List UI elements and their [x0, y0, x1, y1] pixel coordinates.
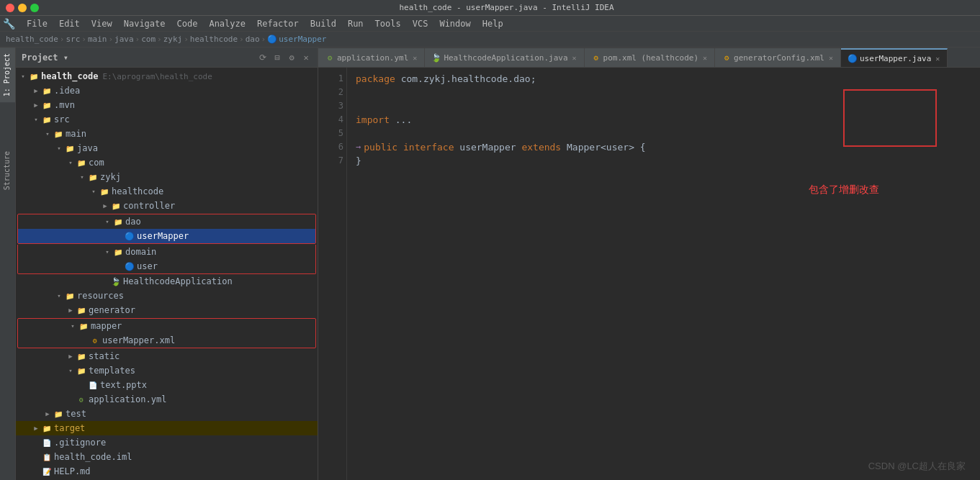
- tree-mvn[interactable]: ▶ 📁 .mvn: [16, 98, 318, 112]
- menu-navigate[interactable]: Navigate: [118, 17, 171, 30]
- breadcrumb-icon: 🔵: [267, 35, 277, 44]
- breadcrumb-healthcode[interactable]: healthcode: [190, 35, 238, 44]
- tree-gitignore[interactable]: ▶ 📄 .gitignore: [16, 435, 318, 450]
- tree-dao[interactable]: ▾ 📁 dao: [18, 214, 315, 229]
- tab-pomxml[interactable]: ⚙ pom.xml (healthcode) ✕: [585, 48, 715, 67]
- menu-file[interactable]: File: [21, 17, 53, 30]
- tree-test[interactable]: ▶ 📁 test: [16, 407, 318, 421]
- panel-header: Project ▾ ⟳ ⊟ ⚙ ✕: [16, 47, 318, 68]
- tab-appyml[interactable]: ⚙ application.yml ✕: [318, 48, 425, 67]
- breadcrumb-src[interactable]: src: [66, 35, 80, 44]
- minimize-button[interactable]: [18, 4, 27, 12]
- tree-healthcode-pkg[interactable]: ▾ 📁 healthcode: [16, 184, 318, 199]
- tab-icon-pomxml: ⚙: [592, 53, 601, 62]
- code-line-7: }: [356, 154, 971, 168]
- tree-root-healthcode[interactable]: ▾ 📁 health_code E:\aprogram\health_code: [16, 69, 318, 83]
- close-button[interactable]: [6, 4, 14, 12]
- breadcrumb-current[interactable]: userMapper: [279, 35, 326, 44]
- breadcrumb-main[interactable]: main: [88, 35, 107, 44]
- tab-close-appyml[interactable]: ✕: [413, 54, 417, 62]
- tree-textpptx[interactable]: ▶ 📄 text.pptx: [16, 378, 318, 392]
- tab-generatorconfig[interactable]: ⚙ generatorConfig.xml ✕: [715, 48, 841, 67]
- breadcrumb-java[interactable]: java: [114, 35, 134, 44]
- tree-src[interactable]: ▾ 📁 src: [16, 112, 318, 127]
- tree-helpmd[interactable]: ▶ 📝 HELP.md: [16, 464, 318, 479]
- breadcrumb-com[interactable]: com: [141, 35, 156, 44]
- tree-generator[interactable]: ▶ 📁 generator: [16, 303, 318, 317]
- tree-label-iml: health_code.iml: [54, 452, 132, 462]
- import-rest: ...: [395, 113, 412, 127]
- tab-usermapper[interactable]: 🔵 userMapper.java ✕: [841, 48, 948, 67]
- arrow-test: ▶: [43, 409, 52, 418]
- folder-icon-mapper: 📁: [78, 321, 89, 331]
- tree-domain[interactable]: ▾ 📁 domain: [18, 245, 315, 259]
- tree-iml[interactable]: ▶ 📋 health_code.iml: [16, 450, 318, 464]
- tab-close-usermapper[interactable]: ✕: [935, 55, 940, 63]
- folder-icon-main: 📁: [53, 129, 63, 139]
- menu-run[interactable]: Run: [342, 17, 369, 30]
- file-tree: ▾ 📁 health_code E:\aprogram\health_code …: [16, 68, 318, 480]
- sync-icon[interactable]: ⟳: [257, 52, 269, 63]
- panel-title: Project ▾: [22, 53, 254, 63]
- folder-icon-templates: 📁: [76, 366, 86, 376]
- breadcrumb-dao[interactable]: dao: [246, 35, 260, 44]
- tree-usermapper-xml[interactable]: ▶ ⚙ userMapper.xml: [18, 333, 315, 348]
- tree-healthcodeapp[interactable]: ▶ 🍃 HealthcodeApplication: [16, 274, 318, 289]
- vtab-project[interactable]: 1: Project: [0, 47, 15, 102]
- folder-icon-domain: 📁: [113, 247, 123, 257]
- collapse-icon[interactable]: ⊟: [271, 52, 283, 63]
- tree-zykj[interactable]: ▾ 📁 zykj: [16, 170, 318, 184]
- settings-icon[interactable]: ⚙: [286, 52, 297, 63]
- breadcrumb-project[interactable]: health_code: [6, 35, 58, 44]
- tree-user[interactable]: ▶ 🔵 user: [18, 259, 315, 273]
- tree-idea[interactable]: ▶ 📁 .idea: [16, 83, 318, 98]
- keyword-public: public: [364, 140, 403, 154]
- tab-label-usermapper: userMapper.java: [860, 54, 931, 63]
- tab-healthcodeapp[interactable]: 🍃 HealthcodeApplication.java ✕: [425, 48, 584, 67]
- tree-resources[interactable]: ▾ 📁 resources: [16, 289, 318, 303]
- close-panel-icon[interactable]: ✕: [300, 52, 312, 63]
- app-icon: 🔧: [3, 18, 15, 30]
- menu-help[interactable]: Help: [477, 17, 509, 30]
- tree-label-mapper: mapper: [91, 321, 122, 331]
- tree-static[interactable]: ▶ 📁 static: [16, 349, 318, 363]
- menu-window[interactable]: Window: [433, 17, 476, 30]
- tree-java[interactable]: ▾ 📁 java: [16, 141, 318, 155]
- tree-target[interactable]: ▶ 📁 target: [16, 421, 318, 435]
- vtab-structure[interactable]: Structure: [0, 145, 15, 196]
- menu-bar: 🔧 File Edit View Navigate Code Analyze R…: [0, 16, 980, 32]
- tree-usermapper[interactable]: ▶ 🔵 userMapper: [18, 229, 315, 243]
- menu-build[interactable]: Build: [305, 17, 342, 30]
- editor-area: ⚙ application.yml ✕ 🍃 HealthcodeApplicat…: [318, 47, 980, 480]
- menu-edit[interactable]: Edit: [53, 17, 86, 30]
- menu-code[interactable]: Code: [171, 17, 204, 30]
- editor-tabs: ⚙ application.yml ✕ 🍃 HealthcodeApplicat…: [318, 47, 980, 68]
- menu-vcs[interactable]: VCS: [407, 17, 434, 30]
- tab-close-healthcodeapp[interactable]: ✕: [572, 54, 577, 62]
- arrow-controller: ▶: [101, 201, 109, 210]
- tree-mapper-folder[interactable]: ▾ 📁 mapper: [18, 319, 315, 333]
- tree-templates[interactable]: ▾ 📁 templates: [16, 363, 318, 378]
- menu-view[interactable]: View: [86, 17, 118, 30]
- tree-label-com: com: [89, 158, 104, 168]
- tree-label-java: java: [77, 143, 98, 153]
- arrow-src: ▾: [32, 115, 40, 124]
- menu-tools[interactable]: Tools: [369, 17, 407, 30]
- folder-icon-test: 📁: [53, 409, 63, 419]
- code-area[interactable]: package com.zykj.healthcode.dao ; import…: [347, 68, 980, 480]
- tree-appyml[interactable]: ▶ ⚙ application.yml: [16, 392, 318, 407]
- tree-com[interactable]: ▾ 📁 com: [16, 155, 318, 170]
- tree-label-static: static: [89, 351, 120, 361]
- breadcrumb-zykj[interactable]: zykj: [163, 35, 183, 44]
- tree-main[interactable]: ▾ 📁 main: [16, 127, 318, 141]
- tab-close-generatorconfig[interactable]: ✕: [829, 54, 833, 62]
- semicolon-1: ;: [531, 72, 536, 86]
- arrow-dao: ▾: [103, 217, 112, 226]
- menu-analyze[interactable]: Analyze: [203, 17, 251, 30]
- maximize-button[interactable]: [30, 4, 39, 12]
- menu-refactor[interactable]: Refactor: [251, 17, 305, 30]
- tab-close-pomxml[interactable]: ✕: [703, 54, 707, 62]
- keyword-import: import: [356, 113, 395, 127]
- tree-controller[interactable]: ▶ 📁 controller: [16, 199, 318, 213]
- csdn-watermark: CSDN @LC超人在良家: [868, 459, 966, 473]
